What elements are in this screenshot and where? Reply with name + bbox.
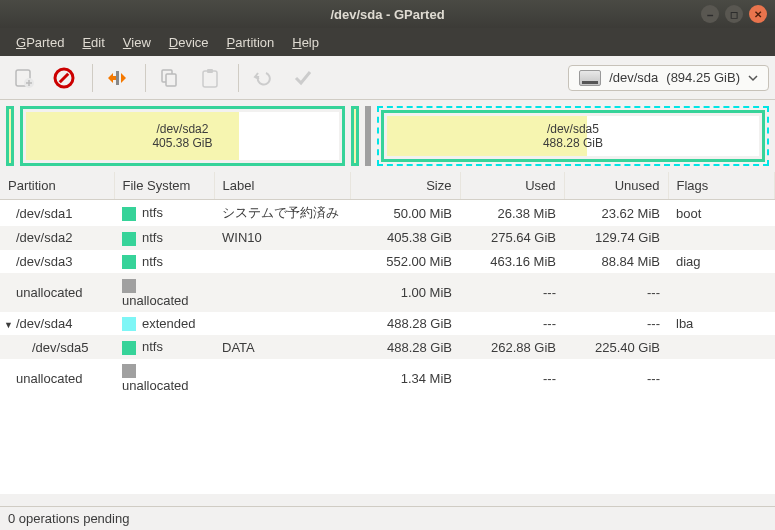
cell-filesystem: extended — [114, 312, 214, 336]
cell-unused: 225.40 GiB — [564, 335, 668, 359]
fs-color-swatch — [122, 364, 136, 378]
partition-table: Partition File System Label Size Used Un… — [0, 172, 775, 494]
table-row[interactable]: /dev/sda5ntfsDATA488.28 GiB262.88 GiB225… — [0, 335, 775, 359]
table-row[interactable]: /dev/sda1ntfsシステムで予約済み50.00 MiB26.38 MiB… — [0, 200, 775, 227]
separator — [145, 64, 146, 92]
col-filesystem[interactable]: File System — [114, 172, 214, 200]
resize-button[interactable] — [99, 60, 135, 96]
table-row[interactable]: /dev/sda3ntfs552.00 MiB463.16 MiB88.84 M… — [0, 250, 775, 274]
close-button[interactable]: ✕ — [749, 5, 767, 23]
table-header-row: Partition File System Label Size Used Un… — [0, 172, 775, 200]
cell-partition: /dev/sda1 — [0, 200, 114, 227]
cell-filesystem: ntfs — [114, 335, 214, 359]
cell-label: WIN10 — [214, 226, 350, 250]
device-size: (894.25 GiB) — [666, 70, 740, 85]
col-label[interactable]: Label — [214, 172, 350, 200]
partition-box-sda2[interactable]: /dev/sda2 405.38 GiB — [20, 106, 345, 166]
svg-rect-8 — [207, 69, 213, 73]
partition-box-sda5[interactable]: /dev/sda5 488.28 GiB — [381, 110, 765, 162]
paste-button[interactable] — [192, 60, 228, 96]
cell-partition: /dev/sda5 — [0, 335, 114, 359]
disk-map: /dev/sda2 405.38 GiB /dev/sda5 488.28 Gi… — [0, 100, 775, 172]
copy-button[interactable] — [152, 60, 188, 96]
menu-view[interactable]: View — [115, 31, 159, 54]
small-partition-box[interactable] — [365, 106, 371, 166]
cell-filesystem: ntfs — [114, 226, 214, 250]
table-row[interactable]: ▼/dev/sda4extended488.28 GiB------lba — [0, 312, 775, 336]
maximize-button[interactable]: ◻ — [725, 5, 743, 23]
cell-used: 262.88 GiB — [460, 335, 564, 359]
col-size[interactable]: Size — [350, 172, 460, 200]
device-selector[interactable]: /dev/sda (894.25 GiB) — [568, 65, 769, 91]
col-flags[interactable]: Flags — [668, 172, 775, 200]
new-icon — [13, 67, 35, 89]
cell-size: 405.38 GiB — [350, 226, 460, 250]
table-row[interactable]: /dev/sda2ntfsWIN10405.38 GiB275.64 GiB12… — [0, 226, 775, 250]
minimize-button[interactable]: ‒ — [701, 5, 719, 23]
fs-color-swatch — [122, 317, 136, 331]
menu-edit[interactable]: Edit — [74, 31, 112, 54]
small-partition-box[interactable] — [351, 106, 359, 166]
window-title: /dev/sda - GParted — [330, 7, 444, 22]
cell-label: システムで予約済み — [214, 200, 350, 227]
cell-label — [214, 312, 350, 336]
cell-flags — [668, 226, 775, 250]
paste-icon — [199, 67, 221, 89]
cell-used: 463.16 MiB — [460, 250, 564, 274]
cell-flags — [668, 335, 775, 359]
undo-button[interactable] — [245, 60, 281, 96]
extended-container[interactable]: /dev/sda5 488.28 GiB — [377, 106, 769, 166]
cell-used: --- — [460, 273, 564, 312]
delete-button[interactable] — [46, 60, 82, 96]
partition-box-size: 405.38 GiB — [152, 136, 212, 150]
cell-partition: /dev/sda3 — [0, 250, 114, 274]
svg-rect-7 — [203, 71, 217, 87]
small-partition-box[interactable] — [6, 106, 14, 166]
separator — [238, 64, 239, 92]
menu-gparted[interactable]: GParted — [8, 31, 72, 54]
cell-size: 1.00 MiB — [350, 273, 460, 312]
apply-button[interactable] — [285, 60, 321, 96]
cell-size: 1.34 MiB — [350, 359, 460, 398]
menu-partition[interactable]: Partition — [219, 31, 283, 54]
partition-box-title: /dev/sda5 — [543, 122, 603, 136]
menu-device[interactable]: Device — [161, 31, 217, 54]
fs-color-swatch — [122, 207, 136, 221]
cell-unused: --- — [564, 359, 668, 398]
cell-filesystem: unallocated — [114, 273, 214, 312]
cell-flags: lba — [668, 312, 775, 336]
undo-icon — [252, 67, 274, 89]
svg-line-3 — [60, 73, 68, 81]
cell-label — [214, 273, 350, 312]
cell-used: 26.38 MiB — [460, 200, 564, 227]
apply-icon — [292, 67, 314, 89]
svg-rect-4 — [116, 71, 119, 85]
menubar: GParted Edit View Device Partition Help — [0, 28, 775, 56]
disk-icon — [579, 70, 601, 86]
titlebar: /dev/sda - GParted ‒ ◻ ✕ — [0, 0, 775, 28]
cell-partition: /dev/sda2 — [0, 226, 114, 250]
col-partition[interactable]: Partition — [0, 172, 114, 200]
device-name: /dev/sda — [609, 70, 658, 85]
cell-unused: --- — [564, 273, 668, 312]
cell-used: 275.64 GiB — [460, 226, 564, 250]
cell-flags — [668, 359, 775, 398]
cell-size: 488.28 GiB — [350, 335, 460, 359]
col-unused[interactable]: Unused — [564, 172, 668, 200]
cell-partition: unallocated — [0, 273, 114, 312]
cell-label: DATA — [214, 335, 350, 359]
table-row[interactable]: unallocatedunallocated1.34 MiB------ — [0, 359, 775, 398]
new-button[interactable] — [6, 60, 42, 96]
cell-flags — [668, 273, 775, 312]
menu-help[interactable]: Help — [284, 31, 327, 54]
chevron-down-icon — [748, 73, 758, 83]
tree-toggle-icon[interactable]: ▼ — [4, 320, 14, 330]
cell-used: --- — [460, 312, 564, 336]
cell-filesystem: ntfs — [114, 200, 214, 227]
cell-label — [214, 359, 350, 398]
table-row[interactable]: unallocatedunallocated1.00 MiB------ — [0, 273, 775, 312]
cell-used: --- — [460, 359, 564, 398]
col-used[interactable]: Used — [460, 172, 564, 200]
fs-color-swatch — [122, 255, 136, 269]
cell-filesystem: ntfs — [114, 250, 214, 274]
